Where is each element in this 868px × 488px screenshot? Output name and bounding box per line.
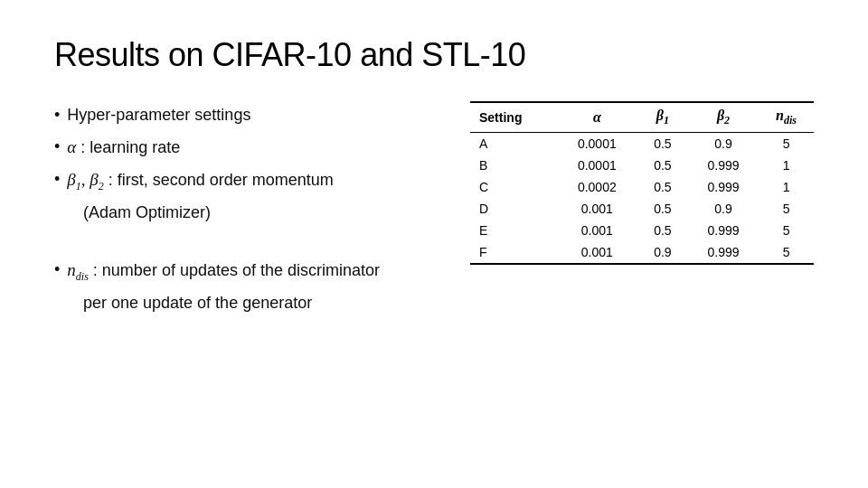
- bullet-dot-4: •: [54, 256, 60, 284]
- bullet-item-4: • ndis : number of updates of the discri…: [54, 256, 443, 286]
- bullet-dot-2: •: [54, 133, 60, 161]
- ndis-symbol: ndis: [67, 260, 89, 279]
- table-cell: 0.5: [637, 176, 688, 198]
- bottom-bullet-list: • ndis : number of updates of the discri…: [54, 256, 443, 321]
- bullet-text-3-suffix: : first, second order momentum: [108, 171, 334, 189]
- adam-optimizer-text: (Adam Optimizer): [83, 203, 211, 221]
- table-cell: 0.9: [688, 198, 759, 220]
- table-cell: A: [470, 133, 557, 155]
- left-column: • Hyper-parameter settings • α : learnin…: [54, 101, 443, 452]
- table-cell: 0.999: [688, 176, 759, 198]
- bullet-dot-1: •: [54, 101, 60, 129]
- bullet-item-2: • α : learning rate: [54, 133, 443, 162]
- table-row: F0.0010.90.9995: [470, 241, 814, 264]
- bullet-text-2-suffix: : learning rate: [80, 138, 180, 156]
- bullet-text-1: Hyper-parameter settings: [67, 101, 250, 129]
- table-cell: 0.5: [637, 198, 688, 220]
- table-cell: 0.001: [557, 220, 637, 241]
- table-row: B0.00010.50.9991: [470, 155, 814, 176]
- alpha-symbol: α: [67, 137, 76, 156]
- table-cell: F: [470, 241, 557, 264]
- table-cell: 1: [759, 176, 814, 198]
- table-cell: 0.001: [557, 241, 637, 264]
- content-area: • Hyper-parameter settings • α : learnin…: [54, 101, 814, 452]
- table-row: E0.0010.50.9995: [470, 220, 814, 241]
- generator-text: per one update of the generator: [83, 294, 312, 312]
- table-cell: 0.999: [688, 220, 759, 241]
- table-cell: 0.5: [637, 155, 688, 176]
- th-beta2: β2: [688, 102, 759, 133]
- table-cell: 0.0001: [557, 155, 637, 176]
- table-cell: 0.9: [688, 133, 759, 155]
- table-cell: 0.9: [637, 241, 688, 264]
- th-setting: Setting: [470, 102, 557, 133]
- th-beta1: β1: [637, 102, 688, 133]
- table-cell: 0.999: [688, 241, 759, 264]
- table-cell: 0.0002: [557, 176, 637, 198]
- th-alpha: α: [557, 102, 637, 133]
- slide: Results on CIFAR-10 and STL-10 • Hyper-p…: [0, 0, 868, 488]
- table-cell: 0.001: [557, 198, 637, 220]
- table-row: A0.00010.50.95: [470, 133, 814, 155]
- table-cell: 5: [759, 241, 814, 264]
- bullet-dot-3: •: [54, 165, 60, 193]
- bullet-item-1: • Hyper-parameter settings: [54, 101, 443, 129]
- table-row: D0.0010.50.95: [470, 198, 814, 220]
- table-cell: C: [470, 176, 557, 198]
- bullet-text-4: ndis : number of updates of the discrimi…: [67, 256, 380, 286]
- table-cell: 0.5: [637, 220, 688, 241]
- bullet-item-3-indent: (Adam Optimizer): [83, 199, 443, 227]
- table-body: A0.00010.50.95B0.00010.50.9991C0.00020.5…: [470, 133, 814, 265]
- beta-symbol: β1, β2: [67, 170, 103, 189]
- bullet-text-3: β1, β2 : first, second order momentum: [67, 165, 334, 195]
- table-cell: 0.999: [688, 155, 759, 176]
- right-column: Setting α β1 β2 ndis A0.00010.50.95B0.00…: [470, 101, 814, 452]
- table-cell: 5: [759, 220, 814, 241]
- bullet-item-4-indent: per one update of the generator: [83, 289, 443, 317]
- slide-title: Results on CIFAR-10 and STL-10: [54, 36, 814, 74]
- table-cell: D: [470, 198, 557, 220]
- bullet-item-3: • β1, β2 : first, second order momentum: [54, 165, 443, 195]
- table-row: C0.00020.50.9991: [470, 176, 814, 198]
- table-header-row: Setting α β1 β2 ndis: [470, 102, 814, 133]
- bullet-text-2: α : learning rate: [67, 133, 180, 162]
- table-cell: 1: [759, 155, 814, 176]
- table-cell: 5: [759, 133, 814, 155]
- table-cell: 0.5: [637, 133, 688, 155]
- th-ndis: ndis: [759, 102, 814, 133]
- bullet-text-4-suffix: : number of updates of the discriminator: [93, 261, 380, 279]
- table-cell: B: [470, 155, 557, 176]
- table-cell: 5: [759, 198, 814, 220]
- bullet-list: • Hyper-parameter settings • α : learnin…: [54, 101, 443, 230]
- params-table: Setting α β1 β2 ndis A0.00010.50.95B0.00…: [470, 101, 814, 265]
- table-cell: 0.0001: [557, 133, 637, 155]
- table-cell: E: [470, 220, 557, 241]
